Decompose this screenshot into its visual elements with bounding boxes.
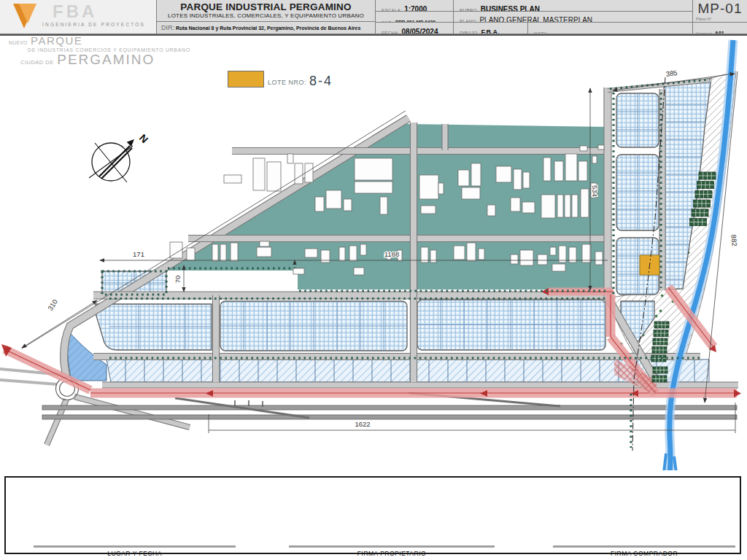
building-footprint bbox=[360, 244, 366, 255]
building-footprint bbox=[430, 250, 436, 262]
building-footprint bbox=[293, 268, 304, 274]
scale-cell: ESCALA:1:7000 bbox=[376, 0, 454, 12]
nota-cell: NOTA: bbox=[528, 23, 693, 34]
building-footprint bbox=[349, 246, 357, 261]
building-footprint bbox=[321, 250, 330, 262]
building-footprint bbox=[458, 170, 469, 186]
building-footprint bbox=[557, 195, 563, 217]
building-footprint bbox=[559, 246, 566, 262]
building-footprint bbox=[355, 158, 392, 180]
building-footprint bbox=[260, 241, 269, 246]
svg-text:534: 534 bbox=[591, 185, 599, 197]
building-footprint bbox=[467, 243, 476, 261]
escala-value: 1:7000 bbox=[404, 5, 427, 12]
company-logo-icon-inner bbox=[19, 4, 36, 23]
company-name: FBA bbox=[53, 1, 97, 22]
building-footprint bbox=[550, 247, 556, 255]
building-footprint bbox=[565, 195, 570, 217]
north-label: N bbox=[137, 132, 150, 145]
building-footprint bbox=[421, 206, 436, 214]
building-footprint bbox=[471, 163, 481, 186]
building-footprint bbox=[287, 154, 293, 163]
title-block: FBA INGENIERIA DE PROYECTOS PARQUE INDUS… bbox=[0, 0, 747, 36]
svg-text:1622: 1622 bbox=[355, 420, 370, 428]
svg-text:171: 171 bbox=[133, 250, 144, 258]
signature-footer: LUGAR Y FECHA FIRMA PROPIETARIO FIRMA CO… bbox=[0, 470, 747, 560]
building-footprint bbox=[595, 252, 603, 265]
wm-ciudad: CIUDAD DE bbox=[20, 59, 54, 66]
rubro-value: BUSINESS PLAN bbox=[481, 5, 540, 12]
building-footprint bbox=[355, 182, 392, 193]
building-footprint bbox=[479, 249, 484, 260]
building-footprint bbox=[454, 246, 465, 260]
legend-swatch bbox=[228, 71, 264, 88]
version-value: A01 bbox=[715, 31, 724, 34]
signature-block: FIRMA COMPRADOR bbox=[553, 545, 735, 557]
wm-pergamino: PERGAMINO bbox=[57, 52, 155, 67]
building-footprint bbox=[187, 248, 195, 260]
signature-label: FIRMA PROPIETARIO bbox=[289, 550, 495, 557]
company-tagline: INGENIERIA DE PROYECTOS bbox=[42, 22, 145, 27]
address-cell: DIR:Ruta Nacional 8 y Ruta Provincial 32… bbox=[157, 22, 376, 34]
building-footprint bbox=[565, 154, 577, 181]
svg-text:385: 385 bbox=[665, 69, 678, 78]
signature-box: LUGAR Y FECHA FIRMA PROPIETARIO FIRMA CO… bbox=[4, 476, 741, 554]
building-footprint bbox=[572, 195, 578, 217]
drawing-sheet: N 385 534 882 171 1188 70 310 1622 bbox=[0, 0, 747, 560]
building-footprint bbox=[522, 202, 535, 213]
building-footprint bbox=[326, 190, 341, 209]
building-footprint bbox=[419, 175, 438, 199]
signature-block: LUGAR Y FECHA bbox=[34, 545, 236, 557]
svg-text:882: 882 bbox=[729, 234, 739, 246]
building-footprint bbox=[380, 197, 387, 214]
wm-nuevo: NUEVO bbox=[9, 40, 28, 45]
version-cell: VersionA01 bbox=[693, 23, 747, 34]
signature-line bbox=[34, 545, 236, 548]
plano-cell: PLANO:PLANO GENERAL MASTERPLAN bbox=[454, 12, 693, 23]
building-footprint bbox=[305, 249, 317, 257]
building-footprint bbox=[582, 244, 591, 262]
building-footprint bbox=[344, 199, 352, 211]
signature-line bbox=[289, 545, 495, 548]
dibujo-cell: DIBUJO:F.B.A. bbox=[454, 23, 528, 34]
signature-block: FIRMA PROPIETARIO bbox=[289, 545, 495, 557]
project-title-cell: PARQUE INDUSTRIAL PERGAMINO LOTES INDUST… bbox=[157, 0, 376, 22]
date-cell: FECHA:08/05/2024 bbox=[376, 23, 454, 34]
lot-block-row2-1 bbox=[96, 304, 212, 350]
building-footprint bbox=[462, 187, 480, 199]
building-footprint bbox=[511, 198, 520, 211]
project-subtitle: LOTES INDUSTRIALES, COMERCIALES, Y EQUIP… bbox=[157, 12, 375, 19]
building-footprint bbox=[541, 195, 555, 218]
svg-text:310: 310 bbox=[46, 298, 59, 312]
svg-text:70: 70 bbox=[174, 276, 182, 284]
building-footprint bbox=[231, 243, 238, 261]
sheet-number: MP-01 bbox=[693, 1, 747, 17]
rubro-cell: RUBRO:BUSINESS PLAN bbox=[454, 0, 693, 12]
plano-value: PLANO GENERAL MASTERPLAN bbox=[479, 16, 592, 23]
building-footprint bbox=[295, 163, 303, 184]
building-footprint bbox=[543, 158, 551, 181]
building-footprint bbox=[354, 268, 364, 275]
north-arrow: N bbox=[89, 132, 150, 182]
dir-label: DIR: bbox=[161, 24, 174, 31]
building-footprint bbox=[578, 161, 587, 181]
building-footprint bbox=[598, 145, 604, 149]
building-footprint bbox=[580, 146, 587, 151]
legend: LOTE NRO: 8-4 bbox=[228, 71, 333, 88]
building-footprint bbox=[220, 244, 226, 261]
building-footprint bbox=[514, 169, 522, 190]
legend-label: LOTE NRO: bbox=[268, 79, 306, 88]
building-footprint bbox=[438, 183, 444, 194]
building-footprint bbox=[267, 162, 281, 191]
signature-line bbox=[553, 545, 735, 548]
building-footprint bbox=[523, 172, 530, 188]
version-label: Version bbox=[696, 31, 713, 34]
project-title: PARQUE INDUSTRIAL PERGAMINO bbox=[157, 1, 375, 12]
building-footprint bbox=[554, 161, 563, 181]
building-footprint bbox=[496, 166, 511, 182]
cad-cell: CAD:PPR-001-MP-0429 bbox=[376, 12, 454, 23]
fecha-value: 08/05/2024 bbox=[401, 28, 438, 34]
wm-parque: PARQUE bbox=[31, 34, 82, 47]
road bbox=[74, 397, 190, 427]
building-footprint bbox=[212, 244, 218, 261]
